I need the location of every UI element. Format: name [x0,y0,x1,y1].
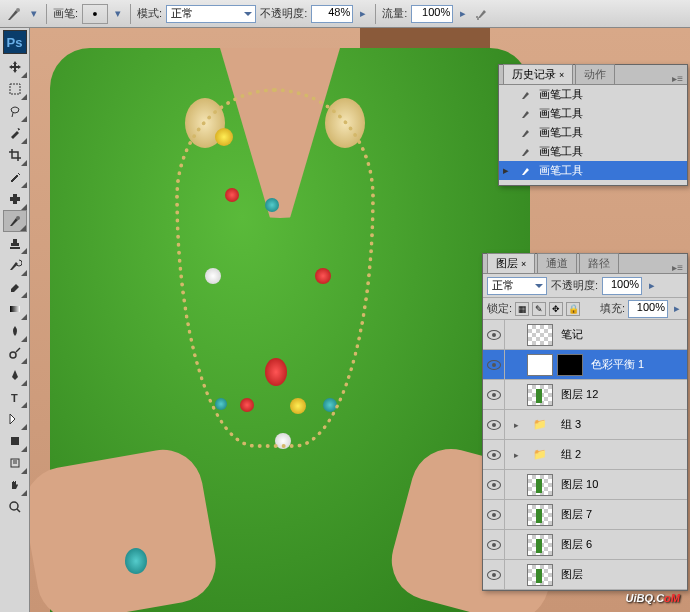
svg-text:T: T [11,392,18,404]
layer-label: 组 2 [561,447,581,462]
layer-row[interactable]: 笔记 [483,320,687,350]
visibility-toggle[interactable] [483,500,505,529]
brush-icon [519,164,533,178]
svg-rect-17 [536,569,542,583]
visibility-toggle[interactable] [483,410,505,439]
history-item[interactable]: 画笔工具 [499,85,687,104]
tab-layers[interactable]: 图层 × [487,253,535,273]
layer-label: 图层 7 [561,507,592,522]
type-tool[interactable]: T [3,386,27,408]
history-brush-tool[interactable] [3,254,27,276]
history-item-label: 画笔工具 [539,87,583,102]
history-current-icon: ▸ [503,164,509,177]
tab-paths[interactable]: 路径 [579,253,619,273]
brush-tool-icon [4,4,24,24]
hand-tool[interactable] [3,474,27,496]
shape-tool[interactable] [3,430,27,452]
tab-channels[interactable]: 通道 [537,253,577,273]
eye-icon [487,330,501,340]
panel-menu-icon[interactable]: ▸≡ [672,73,683,84]
eye-icon [487,480,501,490]
layer-opacity-input[interactable]: 100% [602,277,642,295]
tool-preset-dropdown[interactable]: ▾ [28,5,40,23]
lock-paint-icon[interactable]: ✎ [532,302,546,316]
visibility-toggle[interactable] [483,320,505,349]
history-item[interactable]: 画笔工具 [499,142,687,161]
svg-rect-7 [10,306,20,312]
lock-position-icon[interactable]: ✥ [549,302,563,316]
pen-tool[interactable] [3,364,27,386]
eraser-tool[interactable] [3,276,27,298]
crop-tool[interactable] [3,144,27,166]
lasso-tool[interactable] [3,100,27,122]
tab-actions[interactable]: 动作 [575,64,615,84]
layer-row[interactable]: 图层 6 [483,530,687,560]
ps-logo: Ps [3,30,27,54]
brush-preview[interactable]: • [82,4,108,24]
layer-row[interactable]: 图层 [483,560,687,590]
expand-icon[interactable]: ▸ [509,450,523,460]
svg-rect-10 [11,437,19,445]
move-tool[interactable] [3,56,27,78]
flow-input[interactable]: 100% [411,5,453,23]
layer-row[interactable]: 图层 12 [483,380,687,410]
eye-icon [487,510,501,520]
marquee-tool[interactable] [3,78,27,100]
expand-icon[interactable]: ▸ [509,420,523,430]
adjustment-thumb: ◐ [527,354,553,376]
layer-label: 笔记 [561,327,583,342]
svg-point-0 [16,8,20,12]
history-item-label: 画笔工具 [539,144,583,159]
lock-transparency-icon[interactable]: ▦ [515,302,529,316]
toolbox: Ps T [0,28,30,612]
lock-all-icon[interactable]: 🔒 [566,302,580,316]
blend-mode-select[interactable]: 正常 [166,5,256,23]
history-item-label: 画笔工具 [539,125,583,140]
layer-blend-select[interactable]: 正常 [487,277,547,295]
opacity-input[interactable]: 48% [311,5,353,23]
visibility-toggle[interactable] [483,380,505,409]
history-list: 画笔工具画笔工具画笔工具画笔工具▸画笔工具 [499,85,687,185]
layer-row[interactable]: 图层 10 [483,470,687,500]
eyedropper-tool[interactable] [3,166,27,188]
tab-history[interactable]: 历史记录 × [503,64,573,84]
gradient-tool[interactable] [3,298,27,320]
folder-icon: 📁 [527,414,553,436]
layer-row[interactable]: ◐色彩平衡 1 [483,350,687,380]
visibility-toggle[interactable] [483,440,505,469]
path-tool[interactable] [3,408,27,430]
layer-row[interactable]: ▸📁组 3 [483,410,687,440]
history-item[interactable]: 画笔工具 [499,123,687,142]
layer-thumb [527,474,553,496]
panel-menu-icon[interactable]: ▸≡ [672,262,683,273]
visibility-toggle[interactable] [483,350,505,379]
healing-tool[interactable] [3,188,27,210]
layer-label: 图层 12 [561,387,598,402]
visibility-toggle[interactable] [483,530,505,559]
brush-tool[interactable] [3,210,27,232]
airbrush-icon[interactable] [473,4,493,24]
dodge-tool[interactable] [3,342,27,364]
eye-icon [487,570,501,580]
wand-tool[interactable] [3,122,27,144]
layer-thumb [527,564,553,586]
brush-label: 画笔: [53,6,78,21]
brush-picker-dropdown[interactable]: ▾ [112,5,124,23]
flow-dropdown[interactable]: ▸ [457,5,469,23]
opacity-dropdown[interactable]: ▸ [357,5,369,23]
visibility-toggle[interactable] [483,470,505,499]
layer-row[interactable]: 图层 7 [483,500,687,530]
blur-tool[interactable] [3,320,27,342]
visibility-toggle[interactable] [483,560,505,589]
notes-tool[interactable] [3,452,27,474]
layer-label: 图层 10 [561,477,598,492]
svg-point-1 [477,18,479,20]
layer-opacity-dropdown[interactable]: ▸ [646,277,658,295]
zoom-tool[interactable] [3,496,27,518]
layer-row[interactable]: ▸📁组 2 [483,440,687,470]
history-item[interactable]: 画笔工具 [499,104,687,123]
fill-dropdown[interactable]: ▸ [671,300,683,318]
stamp-tool[interactable] [3,232,27,254]
fill-input[interactable]: 100% [628,300,668,318]
history-item[interactable]: ▸画笔工具 [499,161,687,180]
